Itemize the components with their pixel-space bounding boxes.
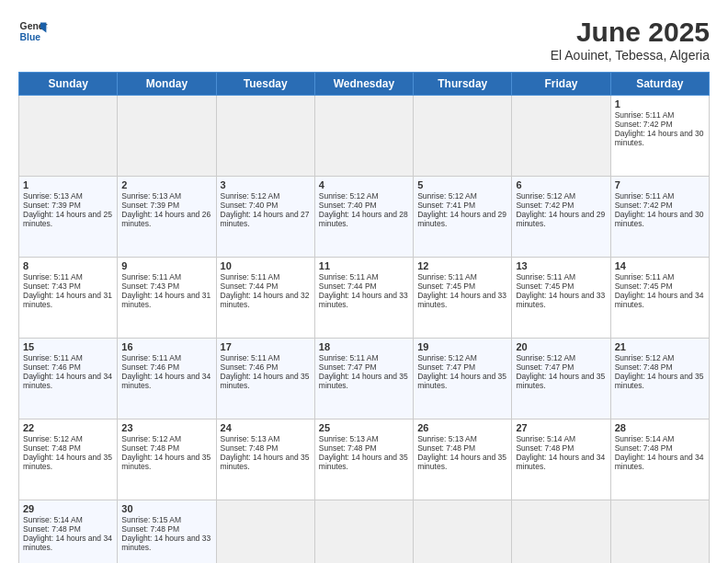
location-title: El Aouinet, Tebessa, Algeria xyxy=(551,48,710,63)
daylight-text: Daylight: 14 hours and 28 minutes. xyxy=(319,210,409,228)
calendar: SundayMondayTuesdayWednesdayThursdayFrid… xyxy=(18,72,710,563)
day-number: 23 xyxy=(121,422,211,433)
sunrise-text: Sunrise: 5:12 AM xyxy=(417,353,507,362)
calendar-cell xyxy=(216,500,314,564)
sunrise-text: Sunrise: 5:12 AM xyxy=(23,434,113,443)
sunset-text: Sunset: 7:48 PM xyxy=(516,443,606,453)
calendar-cell: 24Sunrise: 5:13 AMSunset: 7:48 PMDayligh… xyxy=(216,419,314,500)
daylight-text: Daylight: 14 hours and 35 minutes. xyxy=(121,453,211,471)
header: General Blue June 2025 El Aouinet, Tebes… xyxy=(18,17,710,63)
logo-icon: General Blue xyxy=(18,17,48,46)
sunset-text: Sunset: 7:46 PM xyxy=(221,362,311,372)
daylight-text: Daylight: 14 hours and 35 minutes. xyxy=(23,453,113,471)
calendar-cell: 7Sunrise: 5:11 AMSunset: 7:42 PMDaylight… xyxy=(610,177,709,258)
sunrise-text: Sunrise: 5:12 AM xyxy=(516,191,606,201)
daylight-text: Daylight: 14 hours and 33 minutes. xyxy=(121,534,211,552)
sunrise-text: Sunrise: 5:11 AM xyxy=(121,272,211,282)
day-number: 4 xyxy=(319,179,409,190)
daylight-text: Daylight: 14 hours and 26 minutes. xyxy=(121,210,211,228)
sunset-text: Sunset: 7:42 PM xyxy=(615,201,705,210)
daylight-text: Daylight: 14 hours and 25 minutes. xyxy=(23,210,113,228)
daylight-text: Daylight: 14 hours and 35 minutes. xyxy=(221,372,311,390)
daylight-text: Daylight: 14 hours and 35 minutes. xyxy=(319,453,409,471)
sunrise-text: Sunrise: 5:13 AM xyxy=(23,191,113,201)
sunset-text: Sunset: 7:41 PM xyxy=(417,201,507,210)
calendar-cell: 27Sunrise: 5:14 AMSunset: 7:48 PMDayligh… xyxy=(512,419,610,500)
calendar-cell: 6Sunrise: 5:12 AMSunset: 7:42 PMDaylight… xyxy=(512,177,610,258)
daylight-text: Daylight: 14 hours and 29 minutes. xyxy=(516,210,606,228)
day-header-monday: Monday xyxy=(118,73,216,96)
daylight-text: Daylight: 14 hours and 35 minutes. xyxy=(221,453,311,471)
sunset-text: Sunset: 7:46 PM xyxy=(121,362,211,372)
day-number: 28 xyxy=(615,422,705,433)
sunrise-text: Sunrise: 5:15 AM xyxy=(121,515,211,524)
daylight-text: Daylight: 14 hours and 35 minutes. xyxy=(516,372,606,390)
calendar-row: 1Sunrise: 5:13 AMSunset: 7:39 PMDaylight… xyxy=(19,177,710,258)
sunset-text: Sunset: 7:42 PM xyxy=(615,120,705,129)
sunrise-text: Sunrise: 5:11 AM xyxy=(417,272,507,282)
day-number: 19 xyxy=(417,341,507,352)
calendar-cell xyxy=(610,500,709,564)
day-number: 7 xyxy=(615,179,705,190)
calendar-cell: 12Sunrise: 5:11 AMSunset: 7:45 PMDayligh… xyxy=(414,258,512,339)
sunrise-text: Sunrise: 5:12 AM xyxy=(121,434,211,443)
day-number: 3 xyxy=(221,179,311,190)
daylight-text: Daylight: 14 hours and 32 minutes. xyxy=(221,291,311,309)
sunset-text: Sunset: 7:46 PM xyxy=(23,362,113,372)
sunset-text: Sunset: 7:40 PM xyxy=(221,201,311,210)
sunset-text: Sunset: 7:48 PM xyxy=(23,443,113,453)
sunrise-text: Sunrise: 5:12 AM xyxy=(319,191,409,201)
day-header-saturday: Saturday xyxy=(610,73,709,96)
sunrise-text: Sunrise: 5:14 AM xyxy=(615,434,705,443)
sunrise-text: Sunrise: 5:11 AM xyxy=(516,272,606,282)
sunset-text: Sunset: 7:47 PM xyxy=(417,362,507,372)
calendar-cell: 15Sunrise: 5:11 AMSunset: 7:46 PMDayligh… xyxy=(19,339,118,419)
sunset-text: Sunset: 7:48 PM xyxy=(615,443,705,453)
sunrise-text: Sunrise: 5:11 AM xyxy=(615,191,705,201)
sunset-text: Sunset: 7:48 PM xyxy=(23,524,113,534)
sunrise-text: Sunrise: 5:11 AM xyxy=(23,353,113,362)
daylight-text: Daylight: 14 hours and 35 minutes. xyxy=(319,372,409,390)
sunset-text: Sunset: 7:48 PM xyxy=(121,524,211,534)
sunrise-text: Sunrise: 5:14 AM xyxy=(23,515,113,524)
sunrise-text: Sunrise: 5:11 AM xyxy=(615,110,705,120)
page: General Blue June 2025 El Aouinet, Tebes… xyxy=(0,0,728,563)
sunrise-text: Sunrise: 5:12 AM xyxy=(221,191,311,201)
sunset-text: Sunset: 7:43 PM xyxy=(121,282,211,291)
day-number: 25 xyxy=(319,422,409,433)
daylight-text: Daylight: 14 hours and 31 minutes. xyxy=(121,291,211,309)
sunrise-text: Sunrise: 5:11 AM xyxy=(221,272,311,282)
calendar-cell xyxy=(414,96,512,177)
daylight-text: Daylight: 14 hours and 35 minutes. xyxy=(615,372,705,390)
sunrise-text: Sunrise: 5:11 AM xyxy=(221,353,311,362)
day-number: 5 xyxy=(417,179,507,190)
calendar-cell: 29Sunrise: 5:14 AMSunset: 7:48 PMDayligh… xyxy=(19,500,118,564)
daylight-text: Daylight: 14 hours and 33 minutes. xyxy=(516,291,606,309)
daylight-text: Daylight: 14 hours and 31 minutes. xyxy=(23,291,113,309)
calendar-cell xyxy=(314,96,413,177)
day-number: 27 xyxy=(516,422,606,433)
sunrise-text: Sunrise: 5:13 AM xyxy=(221,434,311,443)
svg-text:Blue: Blue xyxy=(20,32,41,42)
daylight-text: Daylight: 14 hours and 34 minutes. xyxy=(121,372,211,390)
day-number: 11 xyxy=(319,260,409,271)
sunrise-text: Sunrise: 5:13 AM xyxy=(121,191,211,201)
calendar-row: 1Sunrise: 5:11 AMSunset: 7:42 PMDaylight… xyxy=(19,96,710,177)
day-header-friday: Friday xyxy=(512,73,610,96)
calendar-cell: 21Sunrise: 5:12 AMSunset: 7:48 PMDayligh… xyxy=(610,339,709,419)
day-header-wednesday: Wednesday xyxy=(314,73,413,96)
calendar-cell: 28Sunrise: 5:14 AMSunset: 7:48 PMDayligh… xyxy=(610,419,709,500)
calendar-cell: 30Sunrise: 5:15 AMSunset: 7:48 PMDayligh… xyxy=(118,500,216,564)
day-header-sunday: Sunday xyxy=(19,73,118,96)
calendar-cell: 26Sunrise: 5:13 AMSunset: 7:48 PMDayligh… xyxy=(414,419,512,500)
calendar-row: 15Sunrise: 5:11 AMSunset: 7:46 PMDayligh… xyxy=(19,339,710,419)
calendar-cell: 17Sunrise: 5:11 AMSunset: 7:46 PMDayligh… xyxy=(216,339,314,419)
calendar-cell: 4Sunrise: 5:12 AMSunset: 7:40 PMDaylight… xyxy=(314,177,413,258)
day-number: 12 xyxy=(417,260,507,271)
sunset-text: Sunset: 7:43 PM xyxy=(23,282,113,291)
daylight-text: Daylight: 14 hours and 35 minutes. xyxy=(417,453,507,471)
sunset-text: Sunset: 7:47 PM xyxy=(319,362,409,372)
month-title: June 2025 xyxy=(551,17,710,48)
daylight-text: Daylight: 14 hours and 34 minutes. xyxy=(516,453,606,471)
day-number: 30 xyxy=(121,503,211,514)
